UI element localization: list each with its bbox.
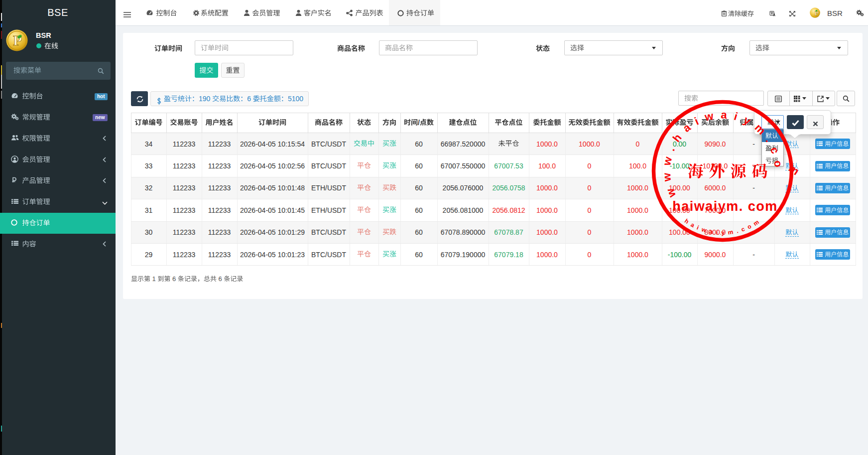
svg-text:P: P xyxy=(13,32,22,48)
